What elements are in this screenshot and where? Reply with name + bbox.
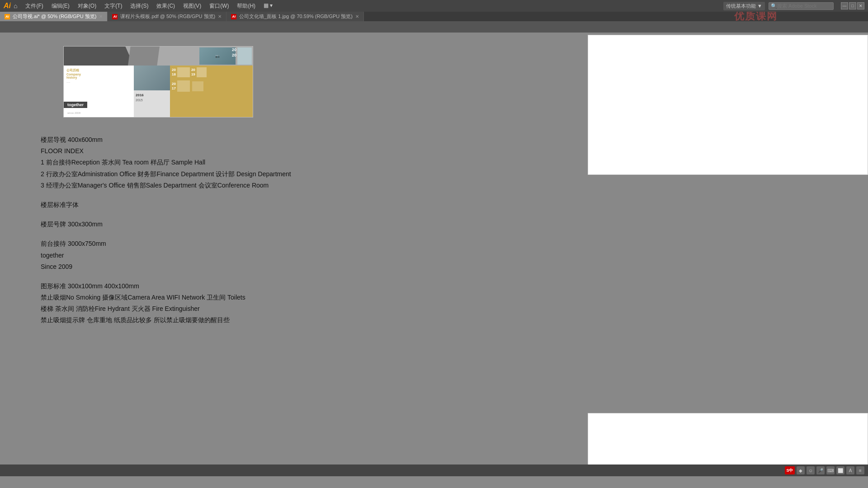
menu-layout[interactable]: ▦ ▾ [260,1,276,11]
tab-close-2[interactable]: ✕ [218,14,222,19]
close-button[interactable]: ✕ [857,2,864,9]
preview-small-text: ...... [66,80,131,84]
floor-1: 1 前台接待Reception 茶水间 Tea room 样品厅 Sample … [41,157,291,168]
menu-edit[interactable]: 编辑(E) [48,1,73,11]
design-preview: 📷 2020 公司历程Companyhistory ...... togethe… [63,46,253,117]
tab-ai-icon: Ai [5,14,10,19]
menu-object[interactable]: 对象(O) [74,1,100,11]
tab-close-3[interactable]: ✕ [355,14,359,19]
status-icon-2[interactable]: ☺ [807,466,815,474]
tab-pdf-icon: Ai [112,14,118,19]
preview-together: together [64,102,87,108]
right-section: 传统基本功能 ▼ 🔍 — □ ✕ [723,2,864,10]
floor-font-section: 楼层标准字体 [41,199,291,211]
floor-guide-size: 楼层导视 400x600mm [41,134,291,145]
floor-sign: 楼层号牌 300x300mm [41,219,291,230]
preview-year-2016: 2016 [136,93,144,98]
right-panel-top [588,35,868,175]
preview-golden-years: 2018 2019 2017 [170,66,253,94]
floor-sign-section: 楼层号牌 300x300mm [41,219,291,230]
preview-dark-shape [64,47,134,66]
status-icon-mic[interactable]: 🎤 [816,466,825,474]
photo-2019 [197,67,207,77]
year-2017: 2017 [172,82,176,90]
tab-2[interactable]: Ai 课程片头模板.pdf @ 50% (RGB/GPU 预览) ✕ [108,12,226,21]
home-icon[interactable]: ⌂ [14,2,17,9]
preview-mid-section: 2016 2015 [134,66,170,117]
tab-3[interactable]: Ai 公司文化墙_面板 1.jpg @ 70.59% (RGB/GPU 预览) … [226,12,364,21]
doc-info-bar [0,22,868,33]
status-icon-a[interactable]: A [846,466,854,474]
preview-golden-section: 2018 2019 2017 [170,66,253,117]
text-content: 楼层导视 400x600mm FLOOR INDEX 1 前台接待Recepti… [41,134,291,334]
preview-year-2015: 2015 [136,98,143,103]
minimize-button[interactable]: — [841,2,848,9]
design-preview-wrapper: 📷 2020 公司历程Companyhistory ...... togethe… [63,46,253,117]
status-icon-box[interactable]: ⬜ [836,466,844,474]
preview-mid-photo [134,66,170,90]
preview-photo-1: 📷 [199,47,236,65]
menu-view[interactable]: 视图(V) [179,1,205,11]
floor-3: 3 经理办公室Manager's Office 销售部Sales Departm… [41,180,291,191]
tab-active[interactable]: Ai 公司导视.ai* @ 50% (RGB/GPU 预览) ✕ [0,12,108,21]
tab-jpg-icon: Ai [231,14,236,19]
menu-select[interactable]: 选择(S) [127,1,152,11]
menu-window[interactable]: 窗口(W) [206,1,232,11]
floor-font: 楼层标准字体 [41,199,291,211]
search-input[interactable] [777,3,831,9]
reception-section: 前台接待 3000x750mm together Since 2009 [41,238,291,272]
preview-year-row-2018: 2018 2019 [172,67,251,77]
search-icon: 🔍 [771,3,777,9]
tab-bar: Ai 公司导视.ai* @ 50% (RGB/GPU 预览) ✕ Ai 课程片头… [0,12,868,22]
reception-size: 前台接待 3000x750mm [41,238,291,249]
preview-mid-shape [128,47,160,66]
tab-close-1[interactable]: ✕ [99,14,103,19]
photo-2017 [177,80,190,92]
traditional-btn[interactable]: 传统基本功能 ▼ [723,2,765,10]
preview-year-row-2017: 2017 [172,80,251,92]
floor-guide-section: 楼层导视 400x600mm FLOOR INDEX 1 前台接待Recepti… [41,134,291,191]
status-right: S中 ◆ ☺ 🎤 ⌨ ⬜ A ≡ [785,466,864,474]
preview-since: since 2008 [67,112,80,114]
photo-2018 [177,67,190,77]
status-icon-menu[interactable]: ≡ [856,466,864,474]
menu-file[interactable]: 文件(F) [22,1,47,11]
floor-2: 2 行政办公室Administration Office 财务部Finance … [41,169,291,180]
status-icon-kb[interactable]: ⌨ [826,466,835,474]
status-bar: S中 ◆ ☺ 🎤 ⌨ ⬜ A ≡ [0,465,868,476]
tab-label-2: 课程片头模板.pdf @ 50% (RGB/GPU 预览) [120,13,215,20]
menu-text[interactable]: 文字(T) [101,1,126,11]
menu-effect[interactable]: 效果(C) [153,1,179,11]
search-box[interactable]: 🔍 [769,2,834,10]
window-controls: — □ ✕ [841,2,864,9]
graphic-section: 图形标准 300x100mm 400x100mm 禁止吸烟No Smoking … [41,281,291,326]
status-icon-1[interactable]: ◆ [797,466,805,474]
canvas-area: 📷 2020 公司历程Companyhistory ...... togethe… [0,33,868,476]
preview-photo-2 [237,47,252,65]
graphic-line2: 楼梯 茶水间 消防栓Fire Hydrant 灭火器 Fire Extingui… [41,303,291,314]
preview-left-text: 公司历程Companyhistory ...... [64,66,134,86]
menu-items: 文件(F) 编辑(E) 对象(O) 文字(T) 选择(S) 效果(C) 视图(V… [22,1,723,11]
maximize-button[interactable]: □ [849,2,856,9]
menu-bar: Ai ⌂ 文件(F) 编辑(E) 对象(O) 文字(T) 选择(S) 效果(C)… [0,0,868,12]
tab-label-3: 公司文化墙_面板 1.jpg @ 70.59% (RGB/GPU 预览) [239,13,353,20]
preview-company-label: 公司历程Companyhistory [66,68,131,79]
year-2019: 2019 [191,68,195,76]
status-icon-s[interactable]: S中 [785,466,795,474]
preview-year-2020: 2020 [232,47,236,58]
floor-guide-title: FLOOR INDEX [41,145,291,157]
graphic-line3: 禁止吸烟提示牌 仓库重地 纸质品比较多 所以禁止吸烟要做的醒目些 [41,314,291,326]
preview-left-section: 公司历程Companyhistory ...... together since… [64,66,134,117]
graphic-line1: 禁止吸烟No Smoking 摄像区域Camera Area WIFI Netw… [41,292,291,303]
tab-label-1: 公司导视.ai* @ 50% (RGB/GPU 预览) [13,13,96,20]
year-2018: 2018 [172,68,176,76]
graphic-size: 图形标准 300x100mm 400x100mm [41,281,291,292]
photo-2017b [192,81,203,91]
menu-help[interactable]: 帮助(H) [233,1,259,11]
reception-since: Since 2009 [41,261,291,272]
reception-together: together [41,250,291,261]
app-logo: Ai [4,2,11,10]
